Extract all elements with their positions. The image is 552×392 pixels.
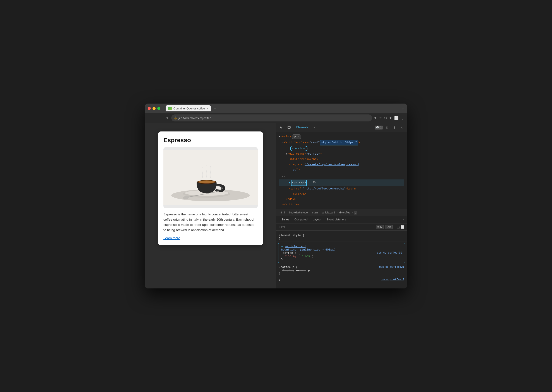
filter-bar: :hov .cls + ⬚ ⬜: [276, 224, 407, 231]
devtools-panel: Elements » 💬 1 ⚙ ⋮ ✕ ▼: [276, 123, 407, 288]
share-icon[interactable]: ⬆: [374, 116, 377, 120]
expand-icon: ▶: [289, 181, 291, 185]
elements-tab[interactable]: Elements: [294, 123, 311, 132]
devtools-close-button[interactable]: ✕: [399, 124, 405, 131]
breadcrumb-body[interactable]: body.dark-mode: [288, 211, 309, 215]
arrow-icon: →: [281, 245, 283, 248]
css-source-link[interactable]: css-cq-coffee:3: [381, 278, 404, 281]
extensions-icon[interactable]: ✂: [384, 116, 387, 120]
dom-div-coffee[interactable]: ▼ <div class="coffee">: [279, 151, 404, 157]
dom-tag: pg">: [293, 168, 300, 172]
close-button[interactable]: [148, 107, 151, 110]
active-tab[interactable]: Container Queries coffee ×: [166, 105, 211, 112]
css-selector-line: css-cq-coffee:21 .coffee p {: [279, 266, 404, 269]
css-selector-line: css-cq-coffee:3 p {: [279, 278, 404, 281]
svg-rect-9: [288, 128, 290, 129]
more-tabs-button[interactable]: »: [311, 123, 317, 132]
device-toolbar-button[interactable]: [286, 124, 292, 131]
device-icon: [287, 126, 291, 129]
container-badge: container: [290, 146, 308, 151]
cursor-icon: [280, 126, 283, 129]
css-container-ref-line: → article.card: [281, 245, 402, 248]
traffic-lights: [148, 107, 160, 110]
breadcrumb-div[interactable]: div.coffee: [338, 211, 351, 215]
dom-tag: </div>: [286, 197, 296, 202]
tab-favicon: [168, 107, 172, 110]
menu-icon[interactable]: ⋮: [401, 116, 404, 120]
dom-tag: more</a>: [293, 192, 306, 196]
add-style-icon[interactable]: +: [394, 225, 396, 229]
coffee-learn-more-link[interactable]: Learn more: [163, 236, 180, 240]
breadcrumb-html[interactable]: html: [279, 211, 286, 215]
style-attr-highlight: style="width: 500px;": [320, 140, 358, 145]
profile-icon[interactable]: ⬜: [394, 116, 399, 120]
hover-filter[interactable]: :hov: [376, 225, 384, 229]
event-listeners-tab[interactable]: Event Listeners: [324, 216, 349, 223]
extensions2-icon[interactable]: ★: [389, 116, 392, 120]
dom-tag: <h1>Espresso</h1>: [289, 157, 318, 162]
css-prop-display: display : block ;: [285, 255, 402, 258]
tab-right-controls: ⌄: [402, 107, 404, 110]
collapse-icon: ▼: [286, 152, 287, 156]
css-rule-close: }: [279, 237, 404, 240]
layout-tab[interactable]: Layout: [310, 216, 324, 223]
dom-main-element[interactable]: ▼ <main> grid: [279, 134, 404, 140]
styles-panel-tabs: Styles Computed Layout Event Listeners »: [276, 216, 407, 224]
url-bar[interactable]: 🔒 jec.fyi/demo/css-cq-coffee: [171, 114, 372, 121]
forward-button[interactable]: →: [156, 115, 162, 121]
devtools-more-button[interactable]: ⋮: [391, 124, 398, 131]
css-source-link[interactable]: css-cq-coffee:21: [379, 266, 404, 269]
maximize-button[interactable]: [157, 107, 160, 110]
minimize-button[interactable]: [152, 107, 156, 110]
new-tab-button[interactable]: +: [212, 105, 218, 112]
back-button[interactable]: ←: [148, 115, 154, 121]
css-rule-close: }: [281, 258, 402, 261]
more-tabs-button[interactable]: »: [403, 218, 404, 221]
coffee-description: Espresso is the name of a highly concent…: [163, 212, 258, 233]
dom-article-close: </article>: [279, 202, 404, 207]
dom-tag: <img src="/assets/img/demo/cof-espresso.…: [289, 162, 359, 167]
chevron-down-icon[interactable]: ⌄: [402, 107, 404, 110]
dom-tag: <div class="coffee">: [287, 152, 322, 156]
breadcrumb-p[interactable]: p: [354, 211, 357, 215]
devtools-settings-button[interactable]: ⚙: [384, 124, 390, 131]
css-rule-p: css-cq-coffee:3 p {: [276, 277, 407, 283]
inspect-element-button[interactable]: [278, 124, 285, 131]
breadcrumb-article[interactable]: article.card: [321, 211, 336, 215]
refresh-button[interactable]: ↻: [163, 115, 170, 121]
css-source-link[interactable]: css-cq-coffee:30: [377, 251, 402, 254]
grid-badge: grid: [292, 134, 301, 139]
toggle-style-icon[interactable]: ⬜: [401, 225, 404, 229]
dom-p-element[interactable]: ▶ <p>…</p> == $0: [279, 179, 404, 186]
dom-a-element[interactable]: <a href="http://coffee.com/mocha">Learn: [279, 186, 404, 191]
filter-input[interactable]: [279, 225, 374, 229]
address-right-icons: ⬆ ☆ ✂ ★ ⬜ ⋮: [374, 116, 404, 120]
devtools-right-icons: 💬 1 ⚙ ⋮ ✕: [375, 124, 405, 131]
dom-a-element-cont: more</a>: [279, 191, 404, 197]
styles-tab[interactable]: Styles: [279, 216, 292, 223]
dom-article-element[interactable]: ▼ <article class="card" style="width: 50…: [279, 140, 404, 146]
dom-h1-element[interactable]: <h1>Espresso</h1>: [279, 157, 404, 162]
tab-close-button[interactable]: ×: [207, 107, 208, 110]
tab-title: Container Queries coffee: [173, 107, 205, 110]
computed-tab[interactable]: Computed: [292, 216, 310, 223]
coffee-image: [163, 147, 258, 208]
coffee-card-title: Espresso: [163, 137, 258, 144]
devtools-tabs: Elements »: [294, 123, 373, 132]
cls-filter[interactable]: .cls: [386, 225, 393, 229]
coffee-card: Espresso: [158, 132, 263, 245]
css-container-ref[interactable]: article.card: [285, 245, 306, 248]
bookmark-icon[interactable]: ☆: [379, 116, 382, 120]
tab-bar: Container Queries coffee × +: [166, 105, 400, 112]
css-rule-close: }: [279, 272, 404, 275]
css-selector-line: element.style {: [279, 234, 404, 237]
copy-style-icon[interactable]: ⬚: [397, 225, 400, 229]
dom-tag: </article>: [282, 202, 299, 207]
dom-tag: <a href="http://coffee.com/mocha">Learn: [289, 186, 356, 191]
chat-badge[interactable]: 💬 1: [375, 126, 383, 130]
svg-rect-8: [288, 126, 290, 128]
css-container-query-line: @container (inline-size > 400px): [281, 248, 402, 251]
breadcrumb-main[interactable]: main: [311, 211, 319, 215]
dom-img-element[interactable]: <img src="/assets/img/demo/cof-espresso.…: [279, 162, 404, 167]
dom-tree: ▼ <main> grid ▼ <article class="card" st…: [276, 132, 407, 209]
